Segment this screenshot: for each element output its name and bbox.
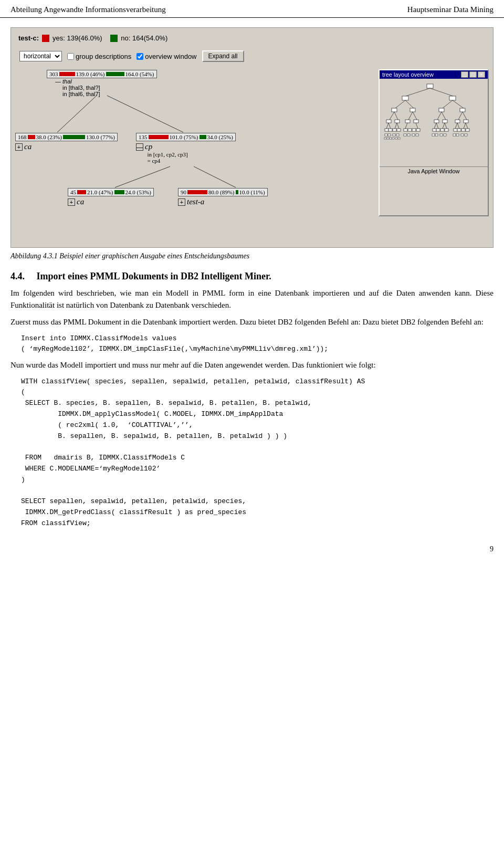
tree-container: 303 139.0 (46%) 164.0 (54%) — thal in [t… [15,69,489,216]
section-44: 4.4. Import eines PMML Dokuments in DB2 … [10,271,494,282]
root-stat: 303 139.0 (46%) 164.0 (54%) [47,70,157,78]
svg-rect-62 [445,129,448,131]
svg-rect-47 [385,134,387,136]
svg-rect-58 [436,129,440,131]
svg-rect-46 [416,129,420,131]
svg-rect-7 [402,96,408,100]
svg-rect-28 [443,120,447,123]
svg-line-18 [394,112,398,120]
svg-rect-36 [388,129,392,131]
svg-line-14 [453,100,464,108]
svg-line-2 [115,166,170,187]
figure-ref: Abbildung 4.3.1 [10,252,58,260]
rr-expand-icon[interactable]: + [178,198,185,206]
left-bar-green [63,135,85,139]
svg-rect-81 [390,138,392,139]
svg-rect-78 [465,134,467,136]
right-sublabel1: in [cp1, cp2, cp3] [144,151,236,158]
svg-rect-48 [388,134,391,136]
rl-bar-red [77,190,86,194]
svg-rect-74 [444,134,446,136]
yes-label: yes: 139(46.0%) [52,34,102,42]
svg-rect-61 [440,129,444,131]
svg-line-59 [443,123,445,129]
svg-rect-35 [385,129,388,131]
svg-line-63 [455,123,457,129]
svg-rect-80 [387,138,389,139]
no-label: no: 164(54.0%) [121,34,167,42]
svg-rect-83 [395,138,397,139]
svg-rect-49 [393,134,395,136]
left-expand: + ca [15,142,118,151]
right-sublabel2: = cp4 [144,158,236,164]
overview-window-text: overview window [145,53,196,60]
svg-line-22 [413,112,417,120]
restore-btn[interactable]: □ [469,71,477,78]
left-node: 168 38.0 (23%) 130.0 (77%) + ca [15,132,118,151]
tree-overview-titlebar: tree layout overview _ □ × [380,70,488,79]
rr-expand: + test-a [178,197,268,206]
svg-line-64 [457,123,459,129]
svg-rect-19 [386,120,391,123]
svg-line-37 [395,123,397,129]
svg-line-67 [464,123,466,129]
svg-line-41 [405,123,407,129]
toolbar-row: horizontal vertical group descriptions o… [15,48,489,64]
overview-window-label[interactable]: overview window [136,53,196,60]
test-c-row: test-c: yes: 139(46.0%) no: 164(54.0%) [15,32,489,44]
close-btn[interactable]: × [478,71,485,78]
svg-rect-42 [404,129,407,131]
overview-title: tree layout overview [382,71,434,78]
left-expand-icon[interactable]: + [15,143,23,151]
yes-legend-box [42,35,49,42]
rr-bar-green [236,190,238,194]
svg-line-34 [388,123,391,129]
svg-rect-54 [416,134,418,136]
svg-rect-57 [433,129,436,131]
rl-expand: + ca [68,197,154,206]
overview-window-checkbox[interactable] [136,53,143,60]
decision-tree-figure: test-c: yes: 139(46.0%) no: 164(54.0%) h… [10,27,494,248]
root-bar-red [59,72,75,76]
svg-rect-39 [393,129,396,131]
rl-bar-green [114,190,124,194]
svg-line-5 [406,88,430,96]
svg-rect-53 [412,134,415,136]
page-content: test-c: yes: 139(46.0%) no: 164(54.0%) h… [0,18,504,559]
svg-line-26 [442,112,446,120]
caption-text-body: Beispiel einer graphischen Ausgabe eines… [59,252,249,260]
group-desc-label[interactable]: group descriptions [67,53,131,60]
test-c-label: test-c: [18,34,39,42]
code-block-1: Insert into IDMMX.ClassifModels values (… [21,333,494,355]
section-number: 4.4. [10,271,25,281]
svg-rect-45 [412,129,416,131]
right-bar-red [149,135,169,139]
root-bar-green [106,72,124,76]
group-desc-checkbox[interactable] [67,53,74,60]
svg-rect-27 [434,120,439,123]
no-legend-box [110,35,118,42]
svg-line-30 [463,112,467,120]
rl-stat: 45 21.0 (47%) 24.0 (53%) [68,188,154,196]
rl-node: 45 21.0 (47%) 24.0 (53%) + ca [68,187,154,206]
svg-line-29 [458,112,463,120]
svg-line-21 [408,112,413,120]
root-sublabel2: in [thal6, thal7] [59,91,157,97]
svg-rect-84 [398,138,400,139]
layout-select[interactable]: horizontal vertical [19,51,62,61]
rl-expand-icon[interactable]: + [68,198,75,206]
svg-rect-15 [439,108,444,112]
svg-rect-24 [414,120,418,123]
expand-all-button[interactable]: Expand all [202,50,244,62]
svg-line-56 [436,123,438,129]
svg-line-17 [390,112,394,120]
svg-rect-75 [453,134,456,136]
svg-rect-32 [464,120,468,123]
svg-line-1 [107,96,183,132]
svg-rect-79 [384,138,386,139]
right-collapse-icon[interactable]: — [136,143,143,151]
minimize-btn[interactable]: _ [461,71,468,78]
svg-line-44 [416,123,418,129]
svg-line-6 [430,88,453,96]
svg-rect-8 [449,96,456,100]
